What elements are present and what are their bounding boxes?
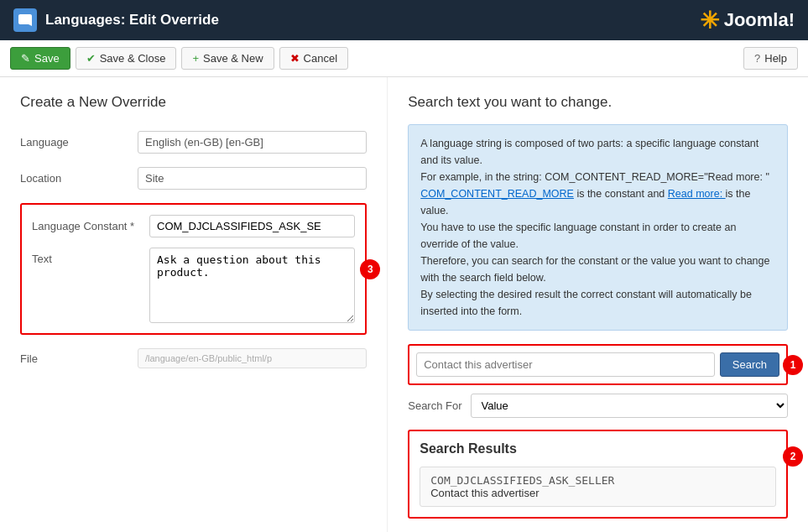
text-row: Text Ask a question about this product.: [32, 248, 355, 323]
file-row: File /language/en-GB/public_html/p: [20, 348, 367, 368]
badge-2: 2: [783, 446, 803, 467]
header-left: Languages: Edit Override: [13, 8, 219, 32]
save-icon: ✎: [21, 52, 30, 65]
search-highlight-box: Search: [408, 344, 788, 385]
info-link-value[interactable]: Read more:: [668, 188, 726, 200]
save-new-button[interactable]: + Save & New: [181, 47, 274, 70]
right-panel: Search text you want to change. A langua…: [388, 77, 808, 532]
search-section: Search 1: [408, 344, 788, 385]
joomla-star-icon: ✳: [700, 7, 719, 34]
check-icon: ✔: [86, 52, 96, 65]
times-icon: ✖: [290, 52, 300, 65]
info-text-7: By selecting the desired result the corr…: [420, 289, 752, 317]
location-input[interactable]: [138, 167, 367, 190]
constant-row: Language Constant *: [32, 215, 355, 237]
badge-3: 3: [360, 259, 380, 279]
info-text-3: is the constant and: [576, 188, 667, 200]
info-link-constant[interactable]: COM_CONTENT_READ_MORE: [420, 188, 574, 200]
save-label: Save: [34, 52, 60, 65]
info-text-2: For example, in the string: COM_CONTENT_…: [420, 171, 769, 183]
result-constant: COM_DJCLASSIFIEDS_ASK_SELLER: [430, 474, 765, 487]
search-results-title: Search Results: [420, 441, 776, 456]
joomla-logo: ✳ Joomla!: [700, 7, 795, 34]
info-text-5: You have to use the specific language co…: [420, 222, 736, 250]
question-icon: ?: [754, 52, 760, 65]
info-text-6: Therefore, you can search for the consta…: [420, 255, 769, 284]
search-button-label: Search: [732, 358, 767, 371]
save-close-label: Save & Close: [100, 52, 166, 65]
location-row: Location: [20, 167, 367, 190]
search-for-label: Search For: [408, 399, 461, 412]
search-button[interactable]: Search: [720, 352, 779, 377]
constant-label: Language Constant *: [32, 220, 149, 232]
info-text-1: A language string is composed of two par…: [420, 138, 758, 166]
cancel-button[interactable]: ✖ Cancel: [279, 47, 348, 70]
help-label: Help: [764, 52, 787, 65]
plus-icon: +: [192, 52, 199, 65]
search-input[interactable]: [416, 352, 715, 377]
page-title: Languages: Edit Override: [45, 12, 219, 29]
language-label: Language: [20, 131, 138, 149]
joomla-wordmark: Joomla!: [724, 9, 795, 31]
search-for-row: Search For Value Constant: [408, 394, 788, 418]
left-panel-title: Create a New Override: [20, 94, 367, 111]
toolbar: ✎ Save ✔ Save & Close + Save & New ✖ Can…: [0, 40, 808, 77]
file-label: File: [20, 352, 138, 365]
save-new-label: Save & New: [203, 52, 263, 65]
constant-text-highlight: Language Constant * Text Ask a question …: [20, 203, 367, 335]
constant-input[interactable]: [149, 215, 355, 237]
left-panel: Create a New Override Language Location …: [0, 77, 388, 532]
save-button[interactable]: ✎ Save: [10, 47, 70, 70]
comment-icon: [13, 8, 37, 32]
search-results-box: Search Results COM_DJCLASSIFIEDS_ASK_SEL…: [408, 430, 788, 519]
location-field: [138, 167, 367, 190]
save-close-button[interactable]: ✔ Save & Close: [76, 47, 177, 70]
main-content: Create a New Override Language Location …: [0, 77, 808, 532]
search-for-select[interactable]: Value Constant: [471, 394, 788, 418]
language-input[interactable]: [138, 131, 367, 154]
text-textarea[interactable]: Ask a question about this product.: [149, 248, 355, 323]
language-row: Language: [20, 131, 367, 154]
language-field: [138, 131, 367, 154]
location-label: Location: [20, 167, 138, 185]
result-item[interactable]: COM_DJCLASSIFIEDS_ASK_SELLER Contact thi…: [420, 467, 776, 507]
search-results-section: Search Results COM_DJCLASSIFIEDS_ASK_SEL…: [408, 430, 788, 519]
result-value: Contact this advertiser: [430, 487, 765, 499]
file-value: /language/en-GB/public_html/p: [138, 348, 367, 368]
text-label: Text: [32, 248, 149, 265]
help-button[interactable]: ? Help: [743, 47, 798, 70]
right-panel-title: Search text you want to change.: [408, 94, 788, 111]
header: Languages: Edit Override ✳ Joomla!: [0, 0, 808, 40]
info-box: A language string is composed of two par…: [408, 124, 788, 331]
cancel-label: Cancel: [304, 52, 337, 65]
badge-1: 1: [783, 355, 803, 375]
